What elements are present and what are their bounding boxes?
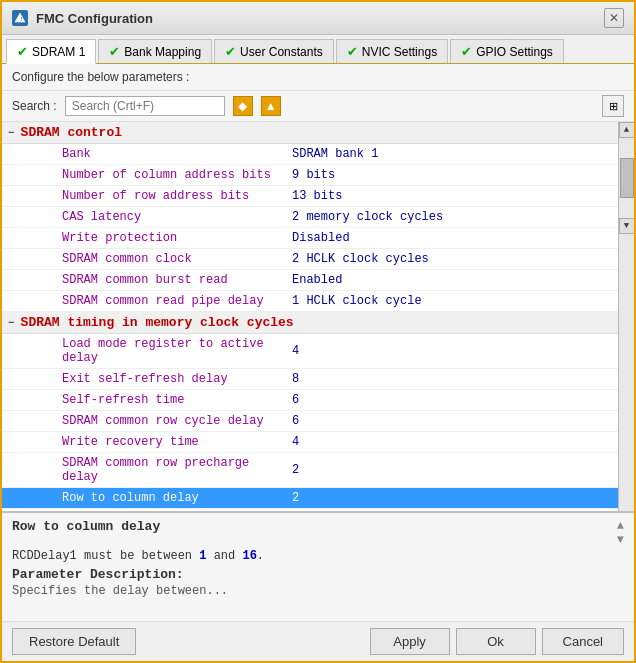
param-value: 1 HCLK clock cycle [292,294,618,308]
scroll-down-button[interactable]: ▼ [619,218,635,234]
param-value: 4 [292,344,618,358]
table-row[interactable]: CAS latency 2 memory clock cycles [2,207,618,228]
table-row[interactable]: Number of column address bits 9 bits [2,165,618,186]
scroll-thumb[interactable] [620,158,634,198]
param-value: SDRAM bank 1 [292,147,618,161]
param-desc-text: Specifies the delay between... [12,584,624,598]
param-value-selected: 2 [292,491,618,505]
search-input[interactable] [65,96,225,116]
param-value: 2 [292,463,618,477]
check-icon-nvic: ✔ [347,44,358,59]
search-label: Search : [12,99,57,113]
table-row[interactable]: Load mode register to active delay 4 [2,334,618,369]
rcd-num2: 16 [242,549,256,563]
tab-user-constants[interactable]: ✔ User Constants [214,39,334,63]
tab-gpio-settings-label: GPIO Settings [476,45,553,59]
bottom-panel-title: Row to column delay [12,519,160,534]
cancel-button[interactable]: Cancel [542,628,624,655]
section-label-sdram-timing: SDRAM timing in memory clock cycles [21,315,294,330]
tab-bank-mapping[interactable]: ✔ Bank Mapping [98,39,212,63]
table-row[interactable]: Write recovery time 4 [2,432,618,453]
rcd-num1: 1 [199,549,213,563]
param-name: Exit self-refresh delay [2,371,292,387]
tab-user-constants-label: User Constants [240,45,323,59]
param-name: SDRAM common row cycle delay [2,413,292,429]
restore-default-button[interactable]: Restore Default [12,628,136,655]
table-row-selected[interactable]: Row to column delay 2 [2,488,618,509]
search-prev-button[interactable]: ◆ [233,96,253,116]
param-name: Number of column address bits [2,167,292,183]
bottom-scroll-indicator: ▲ ▼ [617,519,624,547]
vertical-scrollbar[interactable]: ▲ ▼ [618,122,634,511]
param-name: Self-refresh time [2,392,292,408]
scroll-down-icon: ▼ [617,533,624,547]
title-bar-left: ! FMC Configuration [12,10,153,26]
param-name-selected: Row to column delay [2,490,292,506]
apply-button[interactable]: Apply [370,628,450,655]
tab-bank-mapping-label: Bank Mapping [124,45,201,59]
window-title: FMC Configuration [36,11,153,26]
svg-text:!: ! [20,16,24,23]
tab-bar: ✔ SDRAM 1 ✔ Bank Mapping ✔ User Constant… [2,35,634,64]
section-header-sdram-control[interactable]: − SDRAM control [2,122,618,144]
title-bar: ! FMC Configuration ✕ [2,2,634,35]
main-window: ! FMC Configuration ✕ ✔ SDRAM 1 ✔ Bank M… [0,0,636,663]
table-row[interactable]: Self-refresh time 6 [2,390,618,411]
ok-button[interactable]: Ok [456,628,536,655]
check-icon-bank: ✔ [109,44,120,59]
table-row[interactable]: SDRAM common clock 2 HCLK clock cycles [2,249,618,270]
rcd-prefix: RCDDelay1 must be between [12,549,192,563]
table-row[interactable]: Write protection Disabled [2,228,618,249]
section-header-sdram-timing[interactable]: − SDRAM timing in memory clock cycles [2,312,618,334]
param-value: Enabled [292,273,618,287]
param-value: Disabled [292,231,618,245]
bottom-panel: Row to column delay ▲ ▼ RCDDelay1 must b… [2,511,634,621]
footer: Restore Default Apply Ok Cancel [2,621,634,661]
param-value: 6 [292,393,618,407]
param-table: − SDRAM control Bank SDRAM bank 1 Number… [2,122,618,511]
param-name: Write recovery time [2,434,292,450]
table-row[interactable]: Bank SDRAM bank 1 [2,144,618,165]
table-row[interactable]: SDRAM common row cycle delay 6 [2,411,618,432]
table-row[interactable]: SDRAM common row precharge delay 2 [2,453,618,488]
param-name: CAS latency [2,209,292,225]
tab-sdram1-label: SDRAM 1 [32,45,85,59]
search-bar: Search : ◆ ▲ ⊞ [2,91,634,122]
param-name: SDRAM common clock [2,251,292,267]
close-button[interactable]: ✕ [604,8,624,28]
section-label-sdram-control: SDRAM control [21,125,122,140]
tab-gpio-settings[interactable]: ✔ GPIO Settings [450,39,564,63]
grid-view-button[interactable]: ⊞ [602,95,624,117]
rcd-and: and [214,549,236,563]
param-value: 9 bits [292,168,618,182]
rcd-period: . [257,549,264,563]
window-icon: ! [12,10,28,26]
tab-nvic-settings[interactable]: ✔ NVIC Settings [336,39,448,63]
search-next-button[interactable]: ▲ [261,96,281,116]
param-value: 2 memory clock cycles [292,210,618,224]
tab-sdram1[interactable]: ✔ SDRAM 1 [6,39,96,64]
table-row[interactable]: SDRAM common read pipe delay 1 HCLK cloc… [2,291,618,312]
content-area: Configure the below parameters : Search … [2,64,634,621]
param-name: Write protection [2,230,292,246]
param-value: 4 [292,435,618,449]
table-wrapper: − SDRAM control Bank SDRAM bank 1 Number… [2,122,634,511]
table-row[interactable]: Number of row address bits 13 bits [2,186,618,207]
section-toggle-sdram-timing: − [8,317,15,329]
scroll-up-icon: ▲ [617,519,624,533]
scroll-up-button[interactable]: ▲ [619,122,635,138]
rcd-description: RCDDelay1 must be between 1 and 16. [12,549,624,563]
table-row[interactable]: SDRAM common burst read Enabled [2,270,618,291]
param-value: 13 bits [292,189,618,203]
check-icon-sdram1: ✔ [17,44,28,59]
param-name: Load mode register to active delay [2,336,292,366]
section-toggle-sdram-control: − [8,127,15,139]
param-name: Number of row address bits [2,188,292,204]
param-name: SDRAM common burst read [2,272,292,288]
param-name: Bank [2,146,292,162]
configure-label: Configure the below parameters : [2,64,634,91]
param-name: SDRAM common row precharge delay [2,455,292,485]
tab-nvic-settings-label: NVIC Settings [362,45,437,59]
check-icon-user: ✔ [225,44,236,59]
table-row[interactable]: Exit self-refresh delay 8 [2,369,618,390]
